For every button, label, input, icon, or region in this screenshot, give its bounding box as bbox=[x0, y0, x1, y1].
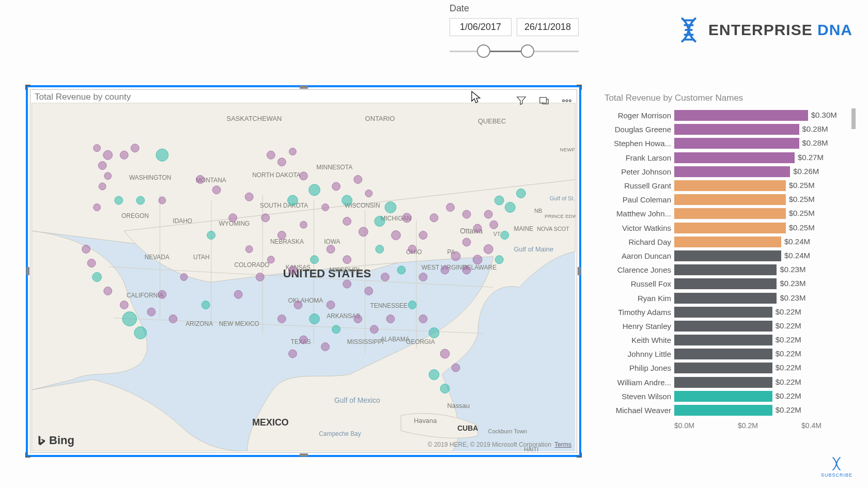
map-bubble[interactable] bbox=[136, 196, 145, 204]
map-bubble[interactable] bbox=[87, 259, 96, 267]
date-start-input[interactable]: 1/06/2017 bbox=[450, 18, 512, 36]
map-bubble[interactable] bbox=[430, 214, 438, 222]
map-bubble[interactable] bbox=[267, 256, 274, 263]
bar-row[interactable]: Russell Fox$0.23M bbox=[605, 277, 853, 291]
map-bubble[interactable] bbox=[452, 364, 460, 372]
bar-row[interactable]: Michael Weaver$0.22M bbox=[605, 403, 853, 417]
map-bubble[interactable] bbox=[343, 217, 351, 226]
map-bubble[interactable] bbox=[234, 290, 242, 298]
customer-bar-chart[interactable]: Total Revenue by Customer Names Roger Mo… bbox=[605, 93, 853, 449]
bar-row[interactable]: Keith White$0.22M bbox=[605, 333, 853, 347]
bar-rect[interactable] bbox=[674, 152, 795, 163]
resize-corner-br[interactable] bbox=[577, 452, 582, 458]
map-bubble[interactable] bbox=[370, 325, 378, 334]
map-bubble[interactable] bbox=[359, 227, 368, 237]
bar-rect[interactable] bbox=[674, 278, 777, 289]
map-bubble[interactable] bbox=[202, 301, 210, 309]
map-bubble[interactable] bbox=[484, 210, 492, 218]
bar-row[interactable]: Roger Morrison$0.30M bbox=[605, 108, 853, 122]
scrollbar-thumb[interactable] bbox=[851, 108, 856, 129]
date-slider[interactable] bbox=[450, 41, 579, 62]
terms-link[interactable]: Terms bbox=[554, 441, 571, 448]
map-bubble[interactable] bbox=[169, 315, 177, 323]
map-bubble[interactable] bbox=[327, 301, 335, 309]
map-bubble[interactable] bbox=[103, 150, 113, 160]
map-bubble[interactable] bbox=[120, 151, 128, 159]
map-bubble[interactable] bbox=[322, 204, 329, 211]
bar-rect[interactable] bbox=[674, 180, 786, 191]
subscribe-badge[interactable]: SUBSCRIBE bbox=[821, 456, 853, 478]
bar-row[interactable]: Steven Wilson$0.22M bbox=[605, 389, 853, 403]
bar-rect[interactable] bbox=[674, 223, 786, 233]
bar-row[interactable]: Peter Johnson$0.26M bbox=[605, 165, 853, 179]
bar-rect[interactable] bbox=[674, 250, 781, 261]
map-bubble[interactable] bbox=[229, 214, 237, 222]
map-bubble[interactable] bbox=[386, 315, 395, 323]
bar-rect[interactable] bbox=[674, 349, 772, 359]
focus-mode-icon[interactable] bbox=[538, 95, 550, 108]
bar-rect[interactable] bbox=[674, 335, 772, 345]
map-bubble[interactable] bbox=[82, 245, 90, 254]
map-bubble[interactable] bbox=[441, 266, 449, 274]
map-bubble[interactable] bbox=[375, 216, 385, 227]
map-bubble[interactable] bbox=[332, 182, 340, 191]
map-bubble[interactable] bbox=[94, 204, 101, 211]
resize-handle-left[interactable] bbox=[26, 267, 29, 275]
map-bubble[interactable] bbox=[277, 158, 286, 166]
map-bubble[interactable] bbox=[419, 231, 427, 240]
map-bubble[interactable] bbox=[402, 213, 411, 223]
bar-rect[interactable] bbox=[674, 194, 786, 205]
map-bubble[interactable] bbox=[309, 184, 320, 196]
map-bubble[interactable] bbox=[261, 214, 270, 222]
resize-handle-top[interactable] bbox=[300, 86, 308, 89]
bar-rect[interactable] bbox=[674, 208, 786, 219]
map-bubble[interactable] bbox=[419, 315, 427, 323]
date-slicer[interactable]: Date 1/06/2017 26/11/2018 bbox=[450, 3, 579, 62]
map-bubble[interactable] bbox=[321, 343, 330, 351]
map-bubble[interactable] bbox=[289, 350, 297, 358]
map-bubble[interactable] bbox=[484, 245, 493, 254]
map-bubble[interactable] bbox=[309, 314, 320, 324]
map-bubble[interactable] bbox=[245, 193, 253, 201]
bar-row[interactable]: Douglas Greene$0.28M bbox=[605, 122, 853, 136]
resize-corner-bl[interactable] bbox=[25, 452, 30, 458]
map-bubble[interactable] bbox=[288, 195, 298, 206]
map-bubble[interactable] bbox=[311, 256, 319, 264]
map-bubble[interactable] bbox=[446, 203, 455, 212]
bar-row[interactable]: Philip Jones$0.22M bbox=[605, 361, 853, 375]
bar-rect[interactable] bbox=[674, 293, 777, 304]
map-bubble[interactable] bbox=[419, 273, 427, 281]
map-bubble[interactable] bbox=[495, 256, 503, 264]
map-bubble[interactable] bbox=[501, 231, 509, 240]
map-bubble[interactable] bbox=[245, 246, 253, 253]
map-bubble[interactable] bbox=[207, 231, 215, 240]
bar-row[interactable]: Johnny Little$0.22M bbox=[605, 347, 853, 361]
map-bubble[interactable] bbox=[516, 189, 525, 198]
map-bubble[interactable] bbox=[490, 221, 498, 229]
map-bubble[interactable] bbox=[408, 301, 416, 309]
bar-rect[interactable] bbox=[674, 405, 772, 416]
map-bubble[interactable] bbox=[115, 196, 123, 204]
map-bubble[interactable] bbox=[429, 328, 439, 338]
map-bubble[interactable] bbox=[147, 308, 156, 316]
bar-rect[interactable] bbox=[674, 110, 808, 121]
map-bubble[interactable] bbox=[365, 190, 373, 197]
map-bubble[interactable] bbox=[440, 349, 450, 358]
map-bubble[interactable] bbox=[98, 162, 106, 170]
map-bubble[interactable] bbox=[376, 245, 384, 254]
resize-corner-tr[interactable] bbox=[577, 85, 582, 90]
map-bubble[interactable] bbox=[343, 256, 351, 264]
map-bubble[interactable] bbox=[267, 151, 275, 159]
bar-rect[interactable] bbox=[674, 363, 772, 373]
map-bubble[interactable] bbox=[120, 301, 128, 309]
bar-rect[interactable] bbox=[674, 307, 772, 318]
map-bubble[interactable] bbox=[327, 245, 335, 254]
bar-row[interactable]: William Andre...$0.22M bbox=[605, 375, 853, 389]
map-bubble[interactable] bbox=[385, 202, 396, 213]
map-bubble[interactable] bbox=[134, 327, 147, 339]
map-bubble[interactable] bbox=[440, 384, 450, 393]
map-bubble[interactable] bbox=[354, 176, 362, 184]
map-canvas[interactable]: UNITED STATES MEXICO CUBA Gulf of Mexico… bbox=[32, 103, 576, 451]
map-bubble[interactable] bbox=[94, 145, 101, 152]
map-bubble[interactable] bbox=[156, 149, 168, 161]
